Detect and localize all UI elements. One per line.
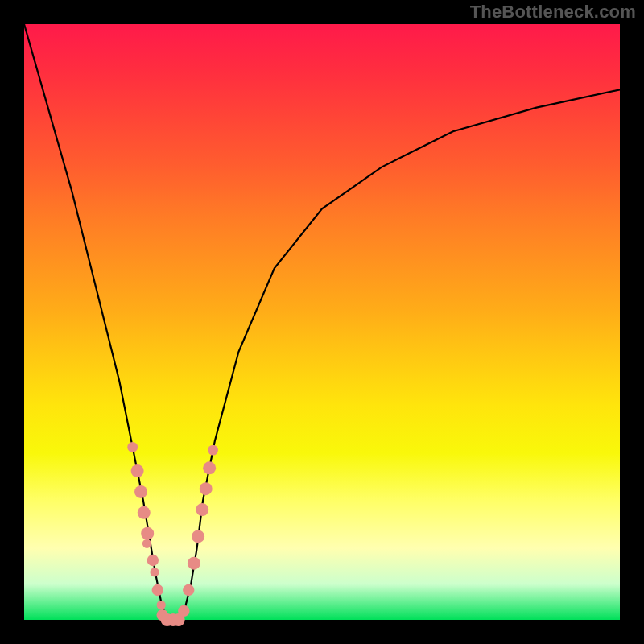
data-marker [142, 539, 151, 548]
data-marker [131, 464, 144, 477]
data-marker [183, 584, 194, 596]
data-marker [208, 445, 218, 456]
data-marker [127, 442, 138, 452]
data-marker [150, 568, 159, 576]
data-marker [203, 461, 216, 474]
data-marker [147, 555, 159, 566]
data-markers [127, 442, 218, 626]
data-marker [188, 557, 200, 570]
data-marker [134, 485, 147, 498]
data-marker [196, 503, 208, 516]
watermark-text: TheBottleneck.com [470, 2, 636, 23]
data-marker [141, 527, 154, 540]
data-marker [138, 506, 151, 519]
data-marker [200, 482, 213, 495]
bottleneck-curve [24, 24, 620, 620]
chart-overlay [24, 24, 620, 620]
chart-frame: TheBottleneck.com [0, 0, 644, 644]
plot-area [24, 24, 620, 620]
data-marker [178, 605, 189, 617]
data-marker [192, 530, 204, 543]
data-marker [152, 584, 163, 596]
data-marker [157, 601, 166, 609]
